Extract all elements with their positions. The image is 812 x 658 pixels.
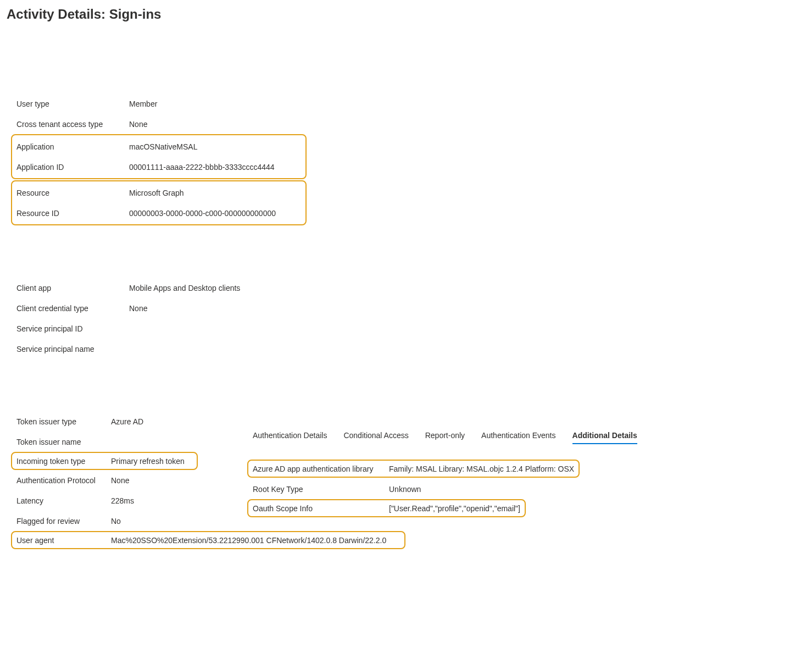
row-application-id: Application ID 00001111-aaaa-2222-bbbb-3… (16, 157, 301, 177)
row-cross-tenant: Cross tenant access type None (16, 114, 805, 134)
label-auth-library: Azure AD app authentication library (253, 465, 389, 473)
section-client-info: Client app Mobile Apps and Desktop clien… (16, 278, 805, 359)
label-sp-id: Service principal ID (16, 324, 129, 333)
value-oauth-scope: ["User.Read","profile","openid","email"] (389, 504, 520, 513)
row-latency: Latency 228ms (16, 490, 225, 511)
label-auth-protocol: Authentication Protocol (16, 476, 111, 485)
value-client-cred: None (129, 304, 147, 313)
label-application-id: Application ID (16, 163, 129, 172)
row-flagged: Flagged for review No (16, 511, 225, 531)
value-incoming-token: Primary refresh token (111, 457, 185, 466)
label-root-key: Root Key Type (253, 485, 389, 494)
row-auth-protocol: Authentication Protocol None (16, 470, 225, 490)
label-application: Application (16, 142, 129, 151)
value-auth-library: Family: MSAL Library: MSAL.objc 1.2.4 Pl… (389, 465, 574, 473)
row-resource-id: Resource ID 00000003-0000-0000-c000-0000… (16, 203, 301, 223)
tabs: Authentication Details Conditional Acces… (253, 431, 805, 444)
row-user-type: User type Member (16, 93, 805, 114)
value-cross-tenant: None (129, 120, 147, 129)
label-token-issuer-type: Token issuer type (16, 417, 111, 426)
tab-authentication-events[interactable]: Authentication Events (481, 431, 555, 444)
left-column: Token issuer type Azure AD Token issuer … (16, 411, 225, 549)
page-title: Activity Details: Sign-ins (7, 7, 805, 22)
label-sp-name: Service principal name (16, 345, 129, 353)
label-resource: Resource (16, 189, 129, 197)
label-user-agent: User agent (16, 536, 111, 545)
label-resource-id: Resource ID (16, 209, 129, 218)
row-sp-name: Service principal name (16, 339, 805, 359)
row-client-cred: Client credential type None (16, 298, 805, 318)
label-oauth-scope: Oauth Scope Info (253, 504, 389, 513)
value-root-key: Unknown (389, 485, 421, 494)
highlight-resource: Resource Microsoft Graph Resource ID 000… (11, 180, 307, 225)
value-client-app: Mobile Apps and Desktop clients (129, 284, 240, 292)
highlight-application: Application macOSNativeMSAL Application … (11, 134, 307, 179)
value-resource: Microsoft Graph (129, 189, 184, 197)
row-client-app: Client app Mobile Apps and Desktop clien… (16, 278, 805, 298)
label-cross-tenant: Cross tenant access type (16, 120, 129, 129)
tab-additional-details[interactable]: Additional Details (572, 431, 637, 444)
row-sp-id: Service principal ID (16, 318, 805, 339)
value-user-type: Member (129, 99, 157, 108)
value-resource-id: 00000003-0000-0000-c000-000000000000 (129, 209, 276, 218)
row-token-issuer-type: Token issuer type Azure AD (16, 411, 225, 432)
label-user-type: User type (16, 99, 129, 108)
value-token-issuer-type: Azure AD (111, 417, 143, 426)
value-latency: 228ms (111, 496, 134, 505)
tab-report-only[interactable]: Report-only (425, 431, 465, 444)
label-client-app: Client app (16, 284, 129, 292)
label-client-cred: Client credential type (16, 304, 129, 313)
highlight-auth-library: Azure AD app authentication library Fami… (247, 460, 580, 478)
value-flagged: No (111, 517, 121, 526)
row-resource: Resource Microsoft Graph (16, 183, 301, 203)
right-column: Authentication Details Conditional Acces… (253, 411, 805, 549)
value-application: macOSNativeMSAL (129, 142, 197, 151)
section-lower: Token issuer type Azure AD Token issuer … (16, 411, 805, 549)
label-flagged: Flagged for review (16, 517, 111, 526)
section-basic-info: User type Member Cross tenant access typ… (16, 93, 805, 225)
highlight-incoming-token: Incoming token type Primary refresh toke… (11, 452, 198, 470)
row-token-issuer-name: Token issuer name (16, 432, 225, 452)
label-incoming-token: Incoming token type (16, 457, 111, 466)
value-auth-protocol: None (111, 476, 129, 485)
label-token-issuer-name: Token issuer name (16, 438, 111, 446)
tab-conditional-access[interactable]: Conditional Access (343, 431, 408, 444)
highlight-oauth-scope: Oauth Scope Info ["User.Read","profile",… (247, 499, 526, 517)
row-application: Application macOSNativeMSAL (16, 136, 301, 157)
tab-authentication-details[interactable]: Authentication Details (253, 431, 327, 444)
row-root-key: Root Key Type Unknown (253, 479, 805, 499)
value-application-id: 00001111-aaaa-2222-bbbb-3333cccc4444 (129, 163, 275, 172)
label-latency: Latency (16, 496, 111, 505)
